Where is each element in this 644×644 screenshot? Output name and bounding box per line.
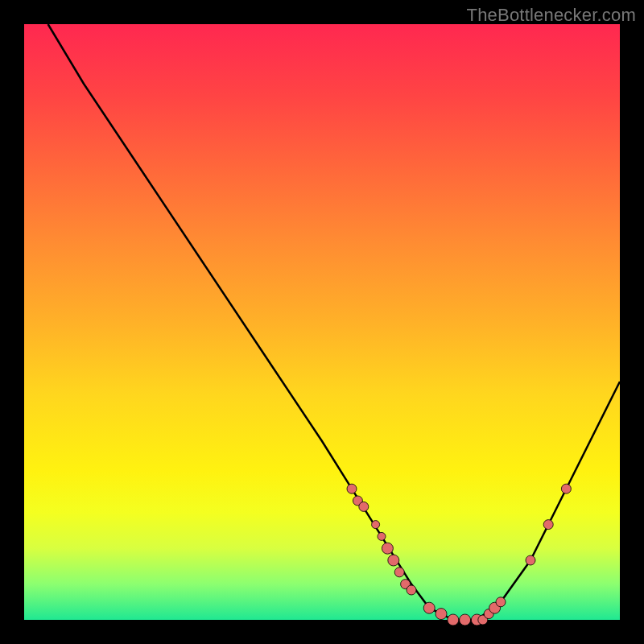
chart-svg [24, 24, 620, 620]
data-marker [378, 532, 386, 540]
bottleneck-curve-path [48, 24, 620, 620]
data-marker [436, 609, 447, 620]
markers-group [347, 484, 571, 625]
data-marker [561, 484, 571, 493]
data-marker [407, 585, 416, 595]
data-marker [448, 614, 459, 625]
chart-stage: TheBottlenecker.com [0, 0, 644, 644]
data-marker [382, 543, 393, 554]
data-marker [394, 568, 404, 577]
data-marker [347, 484, 357, 493]
data-marker [460, 614, 471, 625]
data-marker [543, 520, 553, 530]
attribution-text: TheBottlenecker.com [467, 5, 636, 26]
data-marker [372, 521, 380, 529]
data-marker [388, 555, 399, 566]
data-marker [359, 502, 369, 511]
data-marker [526, 555, 535, 565]
plot-area [24, 24, 620, 620]
data-marker [496, 597, 506, 607]
data-marker [423, 602, 435, 613]
